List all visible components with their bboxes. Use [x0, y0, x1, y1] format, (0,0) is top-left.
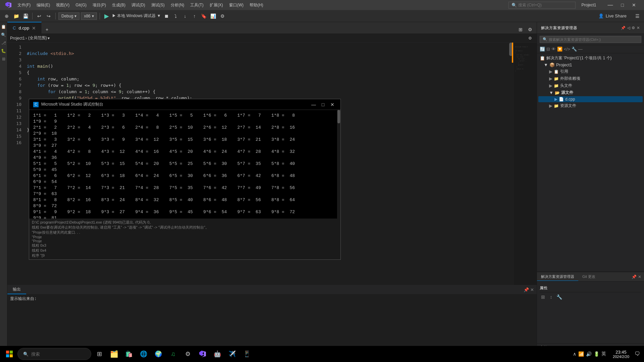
- breadcrumb-scope[interactable]: (全局范围) ▾: [28, 35, 50, 41]
- platform-dropdown[interactable]: x86 ▾: [81, 12, 97, 20]
- settings-button[interactable]: ⚙: [219, 12, 227, 20]
- console-scrollbar[interactable]: [337, 110, 340, 219]
- close-sidebar-icon[interactable]: ✕: [638, 275, 641, 279]
- console-minimize-button[interactable]: —: [310, 101, 318, 108]
- maximize-button[interactable]: □: [619, 2, 627, 8]
- tab-solution-explorer[interactable]: 解决方案资源管理器: [537, 273, 578, 281]
- undo-button[interactable]: ↩: [35, 12, 43, 20]
- menu-debug[interactable]: 调试(D): [129, 1, 148, 9]
- prop-grid-icon[interactable]: ⊞: [540, 294, 546, 300]
- sidebar-close-icon[interactable]: ✕: [637, 26, 640, 30]
- console-close-button[interactable]: ✕: [328, 101, 336, 108]
- panel-tab-output[interactable]: 输出: [7, 285, 26, 294]
- pin-icon[interactable]: 📌: [524, 287, 529, 292]
- taskbar-chrome-button[interactable]: 🌍: [152, 347, 165, 361]
- menu-project[interactable]: 项目(P): [90, 1, 109, 9]
- menu-help[interactable]: 帮助(H): [247, 1, 266, 9]
- taskbar-ai-button[interactable]: 🤖: [211, 347, 224, 361]
- sidebar-search-box[interactable]: 🔍: [540, 36, 641, 43]
- tray-lang-icon[interactable]: 英: [601, 351, 606, 357]
- show-all-icon[interactable]: 👁: [551, 47, 556, 52]
- run-button[interactable]: ▶: [103, 12, 111, 20]
- menu-search-box[interactable]: 🔍: [508, 2, 576, 9]
- tray-battery-icon[interactable]: 🔋: [594, 351, 599, 357]
- taskbar-app10-button[interactable]: 📱: [240, 347, 254, 361]
- minus-icon[interactable]: —: [578, 47, 583, 52]
- tray-volume-icon[interactable]: 🔊: [586, 351, 592, 357]
- taskbar-browser-button[interactable]: 🌐: [137, 347, 150, 361]
- taskbar-search-input[interactable]: [31, 352, 85, 357]
- activity-git[interactable]: ⎇: [0, 40, 7, 46]
- activity-explorer[interactable]: 📋: [0, 23, 7, 30]
- menu-extensions[interactable]: 扩展(X): [207, 1, 226, 9]
- save-all-button[interactable]: 💾: [21, 12, 30, 20]
- menu-view[interactable]: 视图(V): [53, 1, 72, 9]
- performance-button[interactable]: 📊: [209, 12, 217, 20]
- sync-icon[interactable]: 🔄: [540, 47, 545, 52]
- tab-dcpp[interactable]: C d.cpp ✕: [7, 22, 42, 34]
- redo-button[interactable]: ↪: [45, 12, 53, 20]
- minimize-button[interactable]: —: [605, 2, 616, 8]
- system-clock[interactable]: 23:45 2024/2/20: [610, 350, 632, 359]
- step-over-button[interactable]: ⤵: [172, 12, 180, 20]
- sidebar-pin-icon[interactable]: 📌: [621, 26, 626, 30]
- editor-scrollbar[interactable]: [508, 43, 513, 285]
- menu-edit[interactable]: 编辑(E): [34, 1, 53, 9]
- tab-close-button[interactable]: ✕: [32, 25, 36, 31]
- bookmark-button[interactable]: 🔖: [200, 12, 208, 20]
- taskbar-multitasking-button[interactable]: ⊞: [93, 347, 106, 361]
- project-node[interactable]: ▼ 📦 Project1: [538, 62, 643, 68]
- more-options-button[interactable]: ⚙: [526, 25, 534, 34]
- panel-close-icon[interactable]: ✕: [530, 287, 534, 292]
- taskbar-store-button[interactable]: 🛍️: [122, 347, 136, 361]
- taskbar-telegram-button[interactable]: ✈️: [225, 347, 239, 361]
- debug-config-dropdown[interactable]: Debug ▾: [58, 12, 79, 20]
- solution-node[interactable]: 📋 解决方案 'Project1'(1 个项目/共 1 个): [538, 55, 643, 62]
- step-into-button[interactable]: ↓: [181, 12, 189, 20]
- taskbar-files-button[interactable]: 🗂️: [107, 347, 121, 361]
- taskbar-settings-button[interactable]: ⚙: [181, 347, 195, 361]
- new-file-button[interactable]: ⊕: [3, 12, 11, 20]
- menu-analyze[interactable]: 分析(N): [168, 1, 187, 9]
- tree-item-headers[interactable]: ▶ 📁 头文件: [538, 82, 643, 89]
- open-button[interactable]: 📁: [12, 12, 20, 20]
- code-icon[interactable]: </>: [564, 47, 570, 52]
- tree-item-external-deps[interactable]: ▶ 📁 外部依赖项: [538, 75, 643, 82]
- menu-file[interactable]: 文件(F): [15, 1, 33, 9]
- sidebar-search-input[interactable]: [549, 38, 638, 42]
- taskbar-spotify-button[interactable]: ♫: [166, 347, 180, 361]
- search-input[interactable]: [518, 3, 572, 7]
- tree-item-sources[interactable]: ▼ 📂 源文件: [538, 89, 643, 96]
- run-label[interactable]: ▶ 本地 Windows 调试器 ▼: [112, 13, 161, 19]
- notification-icon[interactable]: 🗨: [633, 351, 641, 357]
- start-button[interactable]: [3, 347, 16, 361]
- tree-item-dcpp[interactable]: ▶ 📄 d.cpp: [538, 96, 643, 102]
- taskbar-vs-button[interactable]: [196, 347, 209, 361]
- activity-search[interactable]: 🔍: [0, 32, 7, 38]
- activity-extensions[interactable]: ⊞: [0, 56, 7, 62]
- new-tab-button[interactable]: +: [43, 25, 51, 34]
- prop-wrench-icon[interactable]: 🔧: [556, 294, 562, 300]
- sidebar-collapse-icon[interactable]: ◁: [627, 26, 630, 30]
- pin-sidebar-icon[interactable]: 📌: [632, 275, 637, 279]
- filter-icon[interactable]: 🔽: [557, 47, 562, 52]
- menu-window[interactable]: 窗口(W): [226, 1, 246, 9]
- menu-git[interactable]: Git(G): [73, 1, 89, 9]
- taskbar-search-box[interactable]: 🔍: [17, 348, 91, 360]
- tree-item-references[interactable]: ▶ 📋 引用: [538, 68, 643, 75]
- tree-item-resources[interactable]: ▶ 📁 资源文件: [538, 102, 643, 109]
- tab-git-changes[interactable]: Git 更改: [578, 273, 599, 281]
- breadcrumb-project[interactable]: Project1 ›: [10, 36, 27, 41]
- live-share-button[interactable]: 👤 Live Share: [594, 12, 631, 20]
- property-icon[interactable]: 🔧: [572, 47, 577, 52]
- menu-build[interactable]: 生成(B): [109, 1, 128, 9]
- activity-debug[interactable]: 🐛: [0, 48, 7, 54]
- split-editor-button[interactable]: ⊞: [517, 25, 525, 34]
- menu-tools[interactable]: 工具(T): [187, 1, 206, 9]
- breadcrumb-settings-button[interactable]: ⚙: [526, 34, 534, 42]
- sidebar-settings-icon[interactable]: ⚙: [632, 26, 635, 30]
- menu-test[interactable]: 测试(S): [149, 1, 167, 9]
- console-maximize-button[interactable]: □: [319, 101, 327, 108]
- stop-button[interactable]: ⏹: [162, 12, 170, 20]
- step-out-button[interactable]: ↑: [191, 12, 199, 20]
